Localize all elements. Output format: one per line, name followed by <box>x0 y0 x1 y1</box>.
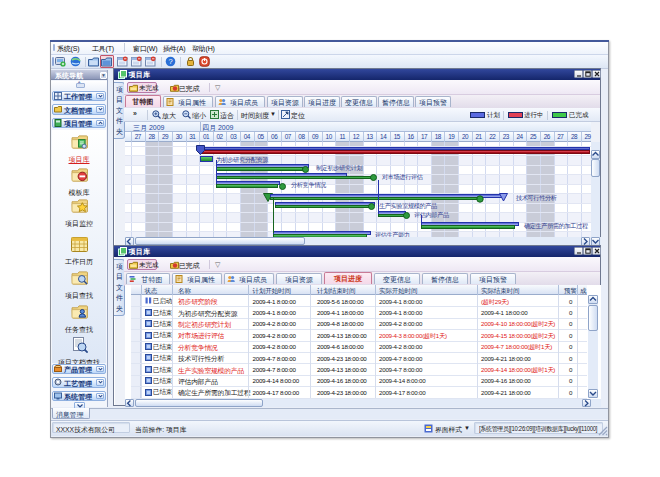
svg-text:?: ? <box>168 57 172 66</box>
